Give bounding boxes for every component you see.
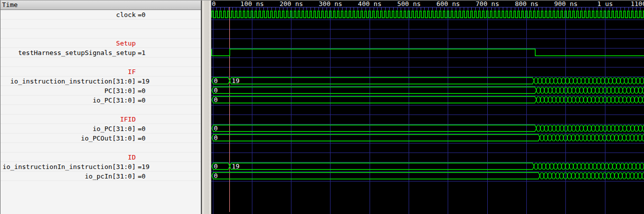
bus-value-label: 0 [214, 172, 218, 180]
ruler-label: 100 ns [240, 0, 264, 8]
gtkwave-window: Time clock=0SetuptestHarness_setupSignal… [0, 0, 644, 214]
ruler-label: 1 us [597, 0, 613, 8]
signal-name: io_pcIn[31:0] [1, 172, 136, 180]
group-row[interactable]: IF [1, 67, 201, 76]
signal-row[interactable]: io_instruction_instruction[31:0]=19 [1, 76, 201, 86]
bus-value-label: 0 [214, 96, 218, 104]
bus-value-label: 19 [232, 77, 240, 84]
signal-value: =0 [136, 134, 146, 142]
group-row[interactable]: Setup [1, 38, 201, 48]
signal-name: io_PCOut[31:0] [1, 134, 136, 142]
signal-value: =19 [136, 76, 149, 86]
pane-divider[interactable] [201, 0, 211, 214]
bus-value-label: 0 [214, 124, 218, 132]
wave-pane[interactable]: 0100 ns200 ns300 ns400 ns500 ns600 ns700… [211, 0, 644, 214]
signal-row[interactable]: io_PCOut[31:0]=0 [1, 134, 201, 143]
bus-value-label: 19 [232, 162, 240, 170]
signal-name [1, 105, 136, 114]
signal-name: io_PC[31:0] [1, 96, 136, 104]
blank-row [1, 29, 201, 38]
signal-name: testHarness_setupSignals_setup [1, 48, 136, 57]
signal-row[interactable]: io_pcIn[31:0]=0 [1, 172, 201, 181]
group-label: ID [1, 152, 136, 162]
blank-row [1, 105, 201, 114]
ruler-label: 500 ns [397, 0, 421, 8]
signal-names-pane: Time clock=0SetuptestHarness_setupSignal… [1, 0, 201, 214]
group-label: IF [1, 67, 136, 76]
ruler-label: 400 ns [358, 0, 382, 8]
time-header[interactable]: Time [1, 0, 201, 10]
ruler-label: 600 ns [436, 0, 460, 8]
group-row[interactable]: IFID [1, 114, 201, 124]
signal-row[interactable]: io_PC[31:0]=0 [1, 96, 201, 105]
signal-name: io_instructionIn_instruction[31:0] [1, 162, 136, 171]
signal-row[interactable]: testHarness_setupSignals_setup=1 [1, 48, 201, 58]
signal-name [1, 143, 136, 152]
blank-row [1, 58, 201, 67]
signal-value: =1 [136, 48, 146, 57]
signal-value: =0 [136, 172, 146, 180]
ruler-label: 0 [212, 0, 216, 8]
wave-background [211, 0, 644, 214]
bus-value-label: 0 [214, 77, 218, 84]
signal-value: =0 [136, 96, 146, 104]
time-header-label: Time [2, 1, 18, 8]
signal-name [1, 20, 136, 28]
ruler-label: 900 ns [554, 0, 577, 8]
ruler-label: 800 ns [515, 0, 538, 8]
signal-name [1, 58, 136, 66]
group-label: Setup [1, 38, 136, 48]
ruler-label: 1100 ns [630, 0, 644, 8]
group-label: IFID [1, 114, 136, 124]
ruler-label: 700 ns [476, 0, 499, 8]
signal-value: =19 [136, 162, 149, 171]
signal-value: =0 [136, 10, 146, 19]
signal-row[interactable]: io_instructionIn_instruction[31:0]=19 [1, 162, 201, 172]
group-row[interactable]: ID [1, 152, 201, 162]
signal-row[interactable]: io_PC[31:0]=0 [1, 124, 201, 134]
signal-row[interactable]: clock=0 [1, 10, 201, 20]
blank-row [1, 143, 201, 152]
ruler-label: 300 ns [318, 0, 342, 8]
signal-name: io_instruction_instruction[31:0] [1, 76, 136, 86]
waveform-canvas[interactable]: 0100 ns200 ns300 ns400 ns500 ns600 ns700… [211, 0, 644, 214]
signal-name: PC[31:0] [1, 86, 136, 95]
signal-value: =0 [136, 86, 146, 95]
signal-name-list: clock=0SetuptestHarness_setupSignals_set… [1, 10, 201, 181]
signal-value: =0 [136, 124, 146, 133]
bus-value-label: 0 [214, 86, 218, 94]
blank-row [1, 20, 201, 29]
bus-value-label: 0 [214, 134, 218, 142]
bus-value-label: 0 [214, 162, 218, 170]
signal-row[interactable]: PC[31:0]=0 [1, 86, 201, 96]
signal-name: io_PC[31:0] [1, 124, 136, 133]
signal-name: clock [1, 10, 136, 19]
signal-name [1, 29, 136, 38]
ruler-label: 200 ns [279, 0, 303, 8]
